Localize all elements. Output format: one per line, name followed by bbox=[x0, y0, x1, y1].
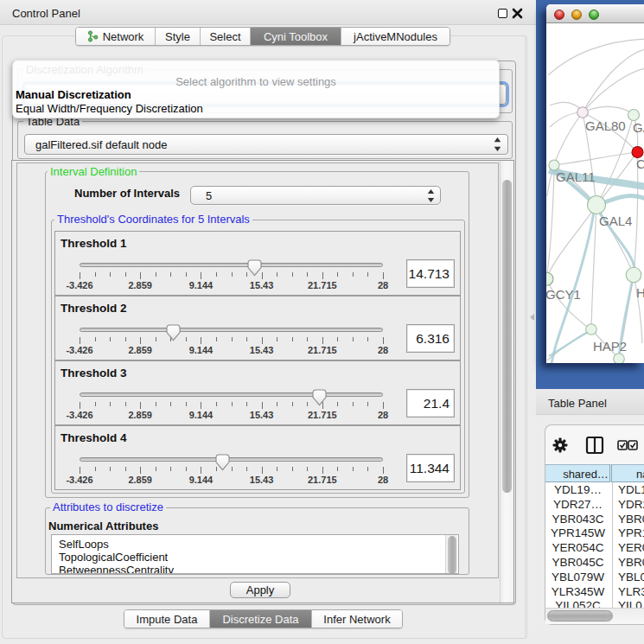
svg-text:HAP2: HAP2 bbox=[593, 339, 627, 354]
svg-text:GCY1: GCY1 bbox=[546, 287, 581, 302]
svg-text:H: H bbox=[636, 285, 644, 300]
svg-text:GAL80: GAL80 bbox=[585, 118, 626, 133]
svg-text:C: C bbox=[636, 156, 644, 171]
svg-text:GAL4: GAL4 bbox=[599, 214, 632, 228]
svg-text:GA: GA bbox=[633, 120, 644, 135]
svg-text:GAL11: GAL11 bbox=[556, 169, 596, 184]
